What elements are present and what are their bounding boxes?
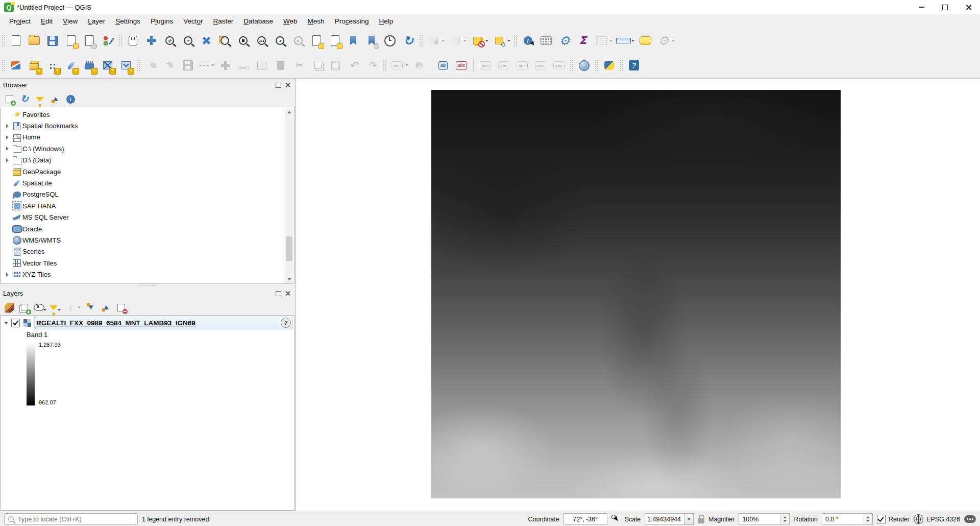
layers-float-button[interactable] xyxy=(274,290,283,298)
help-button[interactable] xyxy=(625,56,643,75)
browser-item-oracle[interactable]: Oracle xyxy=(1,223,294,234)
toggle-editing-button[interactable] xyxy=(160,56,179,75)
menu-layer[interactable]: Layer xyxy=(83,15,110,27)
select-by-location-button[interactable] xyxy=(490,31,508,51)
zoom-full-button[interactable] xyxy=(197,31,215,51)
magnifier-spinbox[interactable]: 100% xyxy=(739,513,790,525)
statistical-summary-button[interactable] xyxy=(537,31,555,51)
menu-edit[interactable]: Edit xyxy=(36,15,58,27)
menu-web[interactable]: Web xyxy=(278,15,303,27)
data-source-manager-button[interactable] xyxy=(7,56,25,75)
expand-all-button[interactable] xyxy=(83,301,97,314)
scrollbar-thumb[interactable] xyxy=(286,236,292,261)
menu-raster[interactable]: Raster xyxy=(208,15,239,27)
toolbar-grip[interactable] xyxy=(513,34,518,47)
toolbar-grip[interactable] xyxy=(594,59,599,72)
toolbar-grip[interactable] xyxy=(1,59,6,72)
zoom-to-selection-button[interactable] xyxy=(234,31,252,51)
deselect-all-button[interactable] xyxy=(468,31,486,51)
layer-row[interactable]: RGEALTI_FXX_0989_6584_MNT_LAMB93_IGN69 xyxy=(1,317,294,329)
locator-input[interactable] xyxy=(17,515,134,523)
remove-layer-button[interactable] xyxy=(114,301,128,314)
coordinate-field[interactable]: 72°, -36° xyxy=(564,513,607,525)
layer-visibility-checkbox[interactable] xyxy=(11,319,20,327)
filter-legend-button[interactable] xyxy=(48,301,62,314)
layer-labeling-button[interactable] xyxy=(388,56,406,75)
layers-close-button[interactable] xyxy=(283,290,292,298)
new-geopackage-layer-button[interactable] xyxy=(25,56,43,75)
identify-features-button[interactable] xyxy=(519,31,537,51)
close-button[interactable] xyxy=(957,0,980,14)
manage-visibility-button[interactable] xyxy=(33,301,47,314)
browser-item-d-drive[interactable]: D:\ (Data) xyxy=(1,155,294,166)
select-features-button[interactable] xyxy=(424,31,443,51)
toolbar-grip[interactable] xyxy=(136,59,141,72)
scroll-up-icon[interactable] xyxy=(285,108,293,116)
browser-add-layer-button[interactable] xyxy=(2,92,16,106)
new-3d-map-view-button[interactable] xyxy=(326,31,344,51)
browser-item-scenes[interactable]: Scenes xyxy=(1,246,294,257)
open-project-button[interactable] xyxy=(25,31,43,51)
browser-item-spatial-bookmarks[interactable]: Spatial Bookmarks xyxy=(1,120,294,131)
browser-item-favorites[interactable]: Favorites xyxy=(1,109,294,120)
spinner-arrows[interactable] xyxy=(780,514,789,524)
extents-tracking-icon[interactable] xyxy=(611,515,621,524)
save-project-button[interactable] xyxy=(43,31,62,51)
layer-diagram-button[interactable] xyxy=(410,56,428,75)
show-layout-manager-button[interactable] xyxy=(80,31,99,51)
zoom-in-button[interactable] xyxy=(160,31,179,51)
browser-item-postgresql[interactable]: PostgreSQL xyxy=(1,189,294,200)
expand-arrow-icon[interactable] xyxy=(6,135,9,139)
zoom-last-button[interactable] xyxy=(271,31,289,51)
browser-item-c-drive[interactable]: C:\ (Windows) xyxy=(1,143,294,154)
new-print-layout-button[interactable] xyxy=(62,31,80,51)
scroll-down-icon[interactable] xyxy=(285,275,293,283)
menu-vector[interactable]: Vector xyxy=(178,15,208,27)
menu-processing[interactable]: Processing xyxy=(330,15,374,27)
toolbar-grip[interactable] xyxy=(382,59,387,72)
browser-scrollbar[interactable] xyxy=(285,108,293,283)
browser-item-xyz-tiles[interactable]: XYZ Tiles xyxy=(1,269,294,280)
toolbar-grip[interactable] xyxy=(619,59,624,72)
paste-features-button[interactable] xyxy=(326,56,345,75)
show-hide-labels-button[interactable] xyxy=(513,56,531,75)
modify-attributes-button[interactable] xyxy=(253,56,271,75)
temporal-controller-button[interactable] xyxy=(381,31,399,51)
lock-scale-icon[interactable] xyxy=(698,518,704,523)
new-scratch-layer-button[interactable] xyxy=(117,56,135,75)
open-layer-styling-button[interactable] xyxy=(2,301,16,314)
show-statistical-summary-button[interactable] xyxy=(574,31,592,51)
menu-view[interactable]: View xyxy=(58,15,83,27)
rotation-spinbox[interactable]: 0.0 ° xyxy=(822,513,873,525)
toolbar-grip[interactable] xyxy=(118,34,122,47)
menu-mesh[interactable]: Mesh xyxy=(303,15,330,27)
zoom-out-button[interactable] xyxy=(179,31,197,51)
current-edits-button[interactable] xyxy=(142,56,160,75)
browser-close-button[interactable] xyxy=(283,81,292,89)
move-feature-button[interactable] xyxy=(216,56,234,75)
refresh-map-button[interactable] xyxy=(399,31,418,51)
filter-by-expression-button[interactable] xyxy=(63,301,78,314)
browser-filter-button[interactable] xyxy=(33,92,47,106)
zoom-native-button[interactable] xyxy=(252,31,271,51)
minimize-button[interactable] xyxy=(910,0,933,14)
browser-item-wms-wmts[interactable]: WMS/WMTS xyxy=(1,234,294,246)
toolbar-grip[interactable] xyxy=(419,34,423,47)
measure-button[interactable] xyxy=(614,31,632,51)
pin-unpin-labels-button[interactable] xyxy=(495,56,513,75)
save-edits-button[interactable] xyxy=(179,56,197,75)
expand-arrow-icon[interactable] xyxy=(6,147,9,151)
layer-no-labels-button[interactable] xyxy=(452,56,471,75)
browser-properties-button[interactable] xyxy=(63,92,78,106)
maximize-button[interactable] xyxy=(933,0,957,14)
delete-selected-button[interactable] xyxy=(271,56,289,75)
show-spatial-bookmarks-button[interactable] xyxy=(344,31,362,51)
crs-status-button[interactable]: EPSG:4326 xyxy=(914,514,960,524)
undo-button[interactable] xyxy=(345,56,363,75)
selected-layer[interactable]: RGEALTI_FXX_0989_6584_MNT_LAMB93_IGN69 xyxy=(34,317,293,329)
highlight-pinned-labels-button[interactable] xyxy=(476,56,495,75)
pan-map-button[interactable] xyxy=(124,31,142,51)
expand-arrow-icon[interactable] xyxy=(6,158,9,162)
add-group-button[interactable] xyxy=(17,301,32,314)
filter-dropdown[interactable] xyxy=(58,309,61,311)
